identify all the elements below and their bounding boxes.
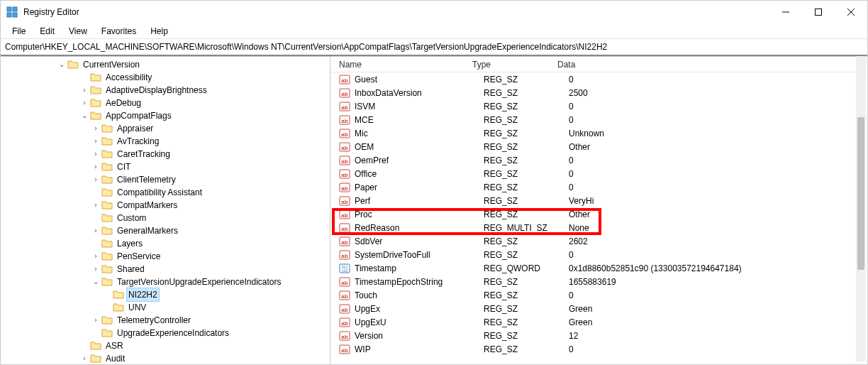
value-row[interactable]: abMCEREG_SZ0 <box>330 113 867 126</box>
tree-item[interactable]: ·UpgradeExperienceIndicators <box>69 327 330 339</box>
tree-item[interactable]: ·UNV <box>69 301 330 314</box>
tree-item[interactable]: ·Compatibility Assistant <box>69 186 330 199</box>
tree-item[interactable]: ›CompatMarkers <box>69 199 330 212</box>
tree-item[interactable]: ⌄AppCompatFlags <box>69 109 330 122</box>
value-row[interactable]: abPerfREG_SZVeryHi <box>330 194 867 207</box>
tree-item-label[interactable]: Appraiser <box>116 122 155 135</box>
tree-item-label[interactable]: Custom <box>116 212 148 224</box>
tree-item[interactable]: ›AeDebug <box>69 97 330 109</box>
column-type[interactable]: Type <box>472 60 557 70</box>
value-row[interactable]: abOEMREG_SZOther <box>330 140 867 153</box>
chevron-right-icon[interactable]: › <box>91 201 100 209</box>
value-row[interactable]: abVersionREG_SZ12 <box>330 329 867 342</box>
tree-item-label[interactable]: Layers <box>116 237 144 250</box>
value-row[interactable]: abUpgExREG_SZGreen <box>330 302 867 315</box>
value-row[interactable]: abWIPREG_SZ0 <box>330 342 867 356</box>
tree-item-label[interactable]: CurrentVersion <box>82 58 141 71</box>
tree-item[interactable]: ›PenService <box>69 250 330 263</box>
chevron-right-icon[interactable]: › <box>91 316 100 325</box>
menu-view[interactable]: View <box>62 25 94 38</box>
tree-item[interactable]: ›CIT <box>69 160 330 173</box>
tree-item-label[interactable]: AppCompatFlags <box>104 109 173 122</box>
chevron-right-icon[interactable]: › <box>91 175 100 184</box>
tree-item-label[interactable]: ASR <box>104 339 125 352</box>
chevron-right-icon[interactable]: › <box>91 137 100 146</box>
tree-item[interactable]: ›ClientTelemetry <box>69 173 330 186</box>
value-row[interactable]: abSdbVerREG_SZ2602 <box>330 234 867 248</box>
tree-item-label[interactable]: Audit <box>104 352 126 364</box>
tree-item-label[interactable]: PenService <box>116 250 162 263</box>
tree-item-label[interactable]: CaretTracking <box>116 148 172 160</box>
tree-item-label[interactable]: CIT <box>116 160 132 173</box>
menu-help[interactable]: Help <box>143 25 175 38</box>
tree-item[interactable]: ›Audit <box>69 352 330 364</box>
tree-item-label[interactable]: UNV <box>127 301 148 314</box>
value-row[interactable]: abTimestampEpochStringREG_SZ1655883619 <box>330 275 867 288</box>
minimize-button[interactable] <box>769 1 802 23</box>
chevron-right-icon[interactable]: › <box>91 163 100 171</box>
close-button[interactable] <box>835 1 867 23</box>
tree-item-label[interactable]: ClientTelemetry <box>116 173 177 186</box>
tree-item[interactable]: ›GeneralMarkers <box>69 224 330 237</box>
tree-item-label[interactable]: AvTracking <box>116 135 160 148</box>
tree-item-label[interactable]: UpgradeExperienceIndicators <box>116 327 230 339</box>
value-row[interactable]: abOfficeREG_SZ0 <box>330 167 867 180</box>
tree-item-label[interactable]: GeneralMarkers <box>116 224 179 237</box>
tree-item[interactable]: ⌄TargetVersionUpgradeExperienceIndicator… <box>69 276 330 288</box>
tree-item-label[interactable]: CompatMarkers <box>116 199 179 212</box>
chevron-right-icon[interactable]: › <box>91 252 100 261</box>
tree-item-label[interactable]: Shared <box>116 263 146 276</box>
value-row[interactable]: abProcREG_SZOther <box>330 207 867 221</box>
vertical-scrollbar[interactable] <box>856 56 866 361</box>
value-row[interactable]: 011110TimestampREG_QWORD0x1d8860b52851c9… <box>330 261 867 275</box>
chevron-right-icon[interactable]: › <box>91 265 100 273</box>
tree-item-label[interactable]: Accessibility <box>104 71 153 84</box>
column-name[interactable]: Name <box>330 60 472 70</box>
tree-item-label[interactable]: AeDebug <box>104 97 143 109</box>
value-row[interactable]: abGuestREG_SZ0 <box>330 72 867 86</box>
tree-item-label[interactable]: Compatibility Assistant <box>116 186 204 199</box>
tree-item[interactable]: ›AdaptiveDisplayBrightness <box>69 84 330 97</box>
scrollbar-thumb[interactable] <box>857 117 864 270</box>
tree-item[interactable]: ·NI22H2 <box>69 288 330 301</box>
chevron-down-icon[interactable]: ⌄ <box>91 278 100 286</box>
tree-item[interactable]: ›TelemetryController <box>69 314 330 327</box>
chevron-right-icon[interactable]: › <box>91 150 100 158</box>
values-list[interactable]: abGuestREG_SZ0abInboxDataVersionREG_SZ25… <box>330 72 867 356</box>
chevron-right-icon[interactable]: › <box>80 86 89 94</box>
chevron-right-icon[interactable]: › <box>80 99 89 107</box>
tree-item[interactable]: ·Accessibility <box>69 71 330 84</box>
chevron-right-icon[interactable]: › <box>80 354 89 363</box>
tree-item[interactable]: ›Shared <box>69 263 330 276</box>
value-row[interactable]: abUpgExUREG_SZGreen <box>330 315 867 329</box>
tree-item[interactable]: ›CaretTracking <box>69 148 330 160</box>
menu-edit[interactable]: Edit <box>33 25 62 38</box>
maximize-button[interactable] <box>802 1 835 23</box>
chevron-down-icon[interactable]: ⌄ <box>80 111 89 120</box>
column-data[interactable]: Data <box>557 60 867 70</box>
chevron-right-icon[interactable]: › <box>91 124 100 133</box>
tree-item[interactable]: ·Layers <box>69 237 330 250</box>
tree-item-label[interactable]: TelemetryController <box>116 314 192 327</box>
value-row[interactable]: abOemPrefREG_SZ0 <box>330 153 867 167</box>
tree-item[interactable]: ›AvTracking <box>69 135 330 148</box>
value-row[interactable]: abTouchREG_SZ0 <box>330 288 867 302</box>
value-row[interactable]: abInboxDataVersionREG_SZ2500 <box>330 86 867 99</box>
tree-item[interactable]: ›Appraiser <box>69 122 330 135</box>
tree-item[interactable]: ·ASR <box>69 339 330 352</box>
value-row[interactable]: abSystemDriveTooFullREG_SZ0 <box>330 248 867 261</box>
menu-favorites[interactable]: Favorites <box>94 25 143 38</box>
tree-item[interactable]: ·Custom <box>69 212 330 224</box>
chevron-right-icon[interactable]: › <box>91 227 100 235</box>
tree-item-label[interactable]: NI22H2 <box>127 288 159 301</box>
value-row[interactable]: abPaperREG_SZ0 <box>330 180 867 194</box>
value-row[interactable]: abRedReasonREG_MULTI_SZNone <box>330 221 867 234</box>
value-row[interactable]: abMicREG_SZUnknown <box>330 126 867 140</box>
address-bar[interactable]: Computer\HKEY_LOCAL_MACHINE\SOFTWARE\Mic… <box>1 39 867 56</box>
menu-file[interactable]: File <box>5 25 33 38</box>
value-row[interactable]: abISVMREG_SZ0 <box>330 99 867 113</box>
tree-item-label[interactable]: TargetVersionUpgradeExperienceIndicators <box>116 276 282 288</box>
chevron-down-icon[interactable]: ⌄ <box>57 60 66 69</box>
tree-item-label[interactable]: AdaptiveDisplayBrightness <box>104 84 208 97</box>
registry-tree[interactable]: ⌄CurrentVersion·Accessibility›AdaptiveDi… <box>1 58 330 364</box>
